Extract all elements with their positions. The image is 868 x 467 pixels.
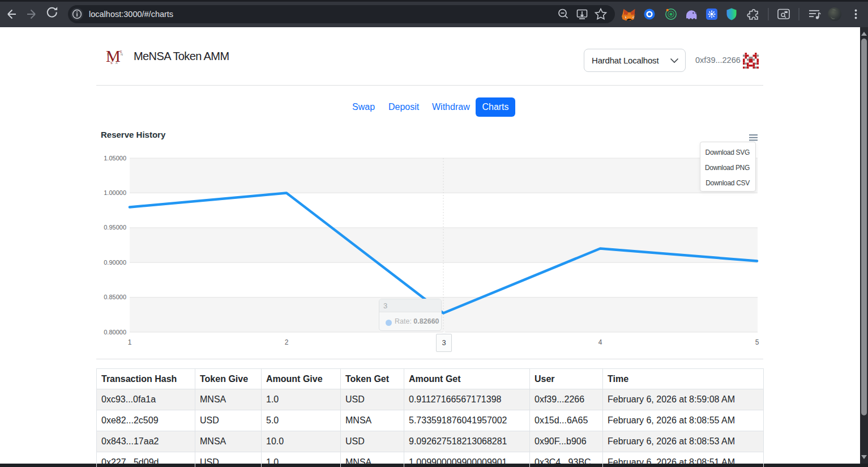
svg-text:1: 1 [128,338,132,346]
svg-text:1.05000: 1.05000 [104,155,126,162]
svg-text:0.85000: 0.85000 [104,294,126,300]
svg-text:0.95000: 0.95000 [104,224,126,231]
svg-text:4: 4 [598,338,602,346]
svg-text:2: 2 [285,338,289,346]
svg-text:5: 5 [755,338,759,346]
svg-text:0.80000: 0.80000 [104,329,126,336]
svg-text:0.90000: 0.90000 [104,259,126,266]
svg-text:1.00000: 1.00000 [104,189,126,196]
